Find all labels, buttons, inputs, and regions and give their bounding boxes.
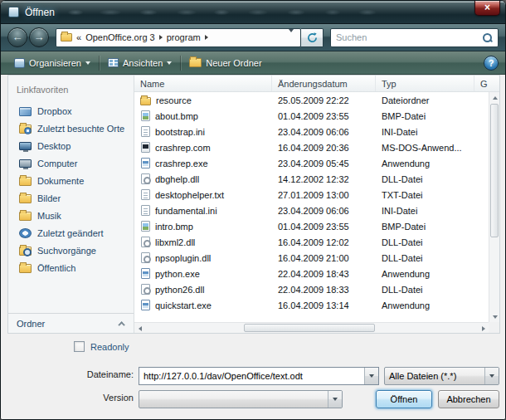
breadcrumb[interactable]: « OpenOffice.org 3 program (56, 28, 301, 47)
sidebar-item-documents[interactable]: Dokumente (8, 172, 134, 189)
file-row[interactable]: intro.bmp01.04.2009 23:55BMP-Datei (134, 218, 489, 234)
sidebar-item-recent-places[interactable]: Zuletzt besuchte Orte (8, 120, 134, 137)
computer-icon (19, 159, 32, 168)
file-name: quickstart.exe (155, 300, 212, 310)
folder-file-icon (140, 97, 151, 105)
sidebar-item-music[interactable]: Musik (8, 207, 134, 224)
open-button[interactable]: Öffnen (376, 390, 432, 408)
column-header-size[interactable]: G (474, 76, 499, 91)
sidebar-item-computer[interactable]: Computer (8, 154, 134, 172)
file-name: python.exe (155, 269, 200, 279)
file-row[interactable]: crashrep.exe23.04.2009 05:45Anwendung (134, 155, 489, 171)
sidebar-item-searches[interactable]: Suchvorgänge (8, 242, 134, 259)
file-row[interactable]: crashrep.com16.04.2009 20:36MS-DOS-Anwen… (134, 139, 489, 155)
file-name: desktophelper.txt (155, 190, 224, 200)
bmp-file-icon (141, 221, 150, 232)
exe-file-icon (141, 158, 150, 168)
breadcrumb-separator-icon (205, 35, 208, 40)
folder-icon (19, 264, 32, 273)
filetype-dropdown-button[interactable] (484, 368, 499, 384)
cancel-button[interactable]: Abbrechen (438, 390, 499, 408)
file-row[interactable]: dbghelp.dll14.12.2002 12:32DLL-Datei (134, 171, 489, 187)
horizontal-scroll-thumb[interactable] (244, 324, 375, 332)
column-header-type[interactable]: Typ (376, 76, 474, 91)
sidebar-item-label: Musik (37, 211, 61, 221)
file-name: crashrep.com (155, 143, 211, 153)
readonly-label[interactable]: Readonly (90, 342, 129, 352)
search-box[interactable]: Suchen (330, 28, 499, 47)
folders-expander-bar[interactable]: Ordner (8, 313, 134, 333)
file-name-cell: npsoplugin.dll (134, 252, 272, 263)
window-icon (8, 7, 19, 17)
filename-input[interactable]: http://127.0.0.1/dav/OpenOffice/text.odt (139, 371, 364, 381)
scroll-right-icon (482, 326, 485, 331)
search-input[interactable]: Suchen (336, 32, 482, 42)
vertical-scrollbar[interactable] (489, 92, 499, 322)
file-row[interactable]: about.bmp01.04.2009 23:55BMP-Datei (134, 108, 489, 124)
horizontal-scrollbar[interactable] (134, 322, 489, 333)
file-row[interactable]: bootstrap.ini23.04.2009 06:06INI-Datei (134, 124, 489, 139)
navigation-bar: ← → « OpenOffice.org 3 program Suchen (1, 24, 505, 51)
column-header-name[interactable]: Name (134, 76, 272, 91)
filetype-combobox[interactable]: Alle Dateien (*.*) (384, 367, 499, 385)
search-icon[interactable] (482, 32, 493, 43)
file-name-cell: python26.dll (134, 284, 272, 295)
help-icon: ? (489, 58, 494, 68)
scroll-down-button[interactable] (489, 311, 500, 322)
file-row[interactable]: python26.dll22.04.2009 18:33DLL-Datei (134, 281, 489, 297)
sidebar-items: DropboxZuletzt besuchte OrteDesktopCompu… (8, 102, 134, 276)
breadcrumb-item-program[interactable]: program (167, 32, 201, 42)
file-type: DLL-Datei (376, 253, 474, 263)
vertical-scroll-thumb[interactable] (490, 104, 499, 237)
sidebar-item-label: Zuletzt besuchte Orte (37, 124, 124, 134)
file-row[interactable]: quickstart.exe16.04.2009 13:14Anwendung (134, 297, 489, 313)
refresh-button[interactable] (301, 28, 324, 47)
breadcrumb-separator-icon (159, 35, 163, 40)
forward-icon: → (34, 31, 45, 43)
file-date: 01.04.2009 23:55 (272, 111, 376, 121)
file-row[interactable]: libxml2.dll16.04.2009 12:02DLL-Datei (134, 234, 489, 250)
file-name: fundamental.ini (155, 206, 217, 216)
file-name: npsoplugin.dll (155, 253, 211, 263)
sidebar-item-desktop[interactable]: Desktop (8, 137, 134, 154)
sidebar-item-pictures[interactable]: Bilder (8, 189, 134, 207)
close-button[interactable]: × (474, 1, 500, 16)
favorites-sidebar: Linkfavoriten DropboxZuletzt besuchte Or… (8, 76, 134, 333)
filename-combobox[interactable]: http://127.0.0.1/dav/OpenOffice/text.odt (139, 367, 379, 385)
monitor-icon (19, 142, 32, 150)
scroll-right-button[interactable] (478, 323, 489, 334)
new-folder-button[interactable]: Neuer Ordner (182, 54, 268, 72)
scroll-left-button[interactable] (134, 323, 145, 334)
breadcrumb-item-openoffice[interactable]: OpenOffice.org 3 (85, 32, 155, 42)
sidebar-item-label: Computer (37, 159, 77, 168)
views-button[interactable]: Ansichten (101, 54, 178, 72)
column-header-date[interactable]: Änderungsdatum (272, 76, 376, 91)
file-row[interactable]: desktophelper.txt27.01.2009 13:00TXT-Dat… (134, 187, 489, 203)
chevron-down-icon (289, 29, 294, 42)
forward-button[interactable]: → (29, 27, 49, 47)
breadcrumb-overflow-chevrons[interactable]: « (76, 32, 81, 42)
file-row[interactable]: npsoplugin.dll16.04.2009 21:00DLL-Datei (134, 250, 489, 266)
sidebar-item-recently-changed[interactable]: Zuletzt geändert (8, 224, 134, 242)
file-row[interactable]: resource25.05.2009 22:22Dateiordner (134, 92, 489, 108)
version-dropdown-button[interactable] (328, 391, 342, 408)
views-icon (108, 58, 119, 67)
file-list: Name Änderungsdatum Typ G resource25.05.… (134, 76, 499, 333)
organize-button[interactable]: Organisieren (7, 54, 97, 72)
version-combobox[interactable] (139, 390, 343, 408)
back-button[interactable]: ← (7, 27, 27, 47)
sidebar-item-public[interactable]: Öffentlich (8, 259, 134, 276)
scroll-up-button[interactable] (489, 92, 500, 103)
file-type: Anwendung (376, 269, 474, 279)
breadcrumb-history-dropdown[interactable] (286, 32, 296, 42)
readonly-checkbox[interactable] (74, 341, 85, 352)
file-name-cell: python.exe (134, 268, 272, 279)
titlebar-highlight (2, 2, 504, 2)
file-row[interactable]: fundamental.ini23.04.2009 06:06INI-Datei (134, 203, 489, 218)
help-button[interactable]: ? (484, 56, 499, 71)
file-row[interactable]: python.exe22.04.2009 18:43Anwendung (134, 266, 489, 281)
search-folder-icon (19, 247, 32, 256)
filename-dropdown-button[interactable] (364, 368, 378, 384)
sidebar-item-dropbox[interactable]: Dropbox (8, 102, 134, 120)
file-name-cell: fundamental.ini (134, 205, 272, 216)
